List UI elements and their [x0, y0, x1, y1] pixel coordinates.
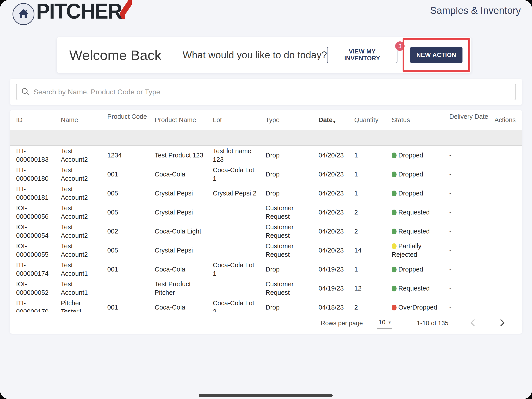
cell-product-name: Test Product 123	[155, 151, 213, 160]
chevron-left-icon	[469, 318, 477, 328]
status-label: Dropped	[398, 190, 423, 197]
cell-type: Drop	[266, 265, 318, 274]
cell-delivery-date: -	[449, 189, 494, 198]
pitcher-logo: PITCHER	[36, 0, 132, 22]
table-row[interactable]: IOI-000000052 Test Account1 Test Product…	[10, 279, 522, 298]
table-row[interactable]: ITI-000000183 Test Account2 1234 Test Pr…	[10, 146, 522, 165]
rows-per-page-select[interactable]: 10 ▾	[377, 318, 392, 328]
cell-status: OverDropped	[392, 303, 449, 312]
cell-lot: Test lot name 123	[213, 147, 266, 164]
column-header-product-code[interactable]: Product Code	[107, 113, 155, 120]
search-box[interactable]	[16, 84, 516, 100]
filter-row[interactable]	[10, 130, 522, 146]
new-action-button[interactable]: NEW ACTION	[410, 47, 462, 63]
column-header-date[interactable]: Date▾	[318, 116, 354, 124]
cell-type: Customer Request	[266, 280, 318, 297]
pitcher-logo-text: PITCHER	[36, 0, 122, 22]
table-row[interactable]: ITI-000000181 Test Account2 005 Crystal …	[10, 184, 522, 203]
cell-product-name: Coca-Cola	[155, 265, 213, 274]
table-row[interactable]: IOI-000000056 Test Account2 005 Crystal …	[10, 203, 522, 222]
table-row[interactable]: ITI-000000180 Test Account2 001 Coca-Col…	[10, 165, 522, 184]
welcome-subtitle: What would you like to do today?	[183, 49, 327, 61]
home-indicator-bar[interactable]	[199, 394, 333, 397]
cell-name: Test Account1	[61, 280, 107, 297]
search-card	[10, 79, 522, 105]
cell-delivery-date: -	[449, 170, 494, 179]
sort-desc-icon: ▾	[333, 119, 336, 124]
cell-name: Test Account2	[61, 185, 107, 202]
column-header-name[interactable]: Name	[61, 116, 107, 124]
status-label: Dropped	[398, 171, 423, 178]
column-header-type[interactable]: Type	[266, 116, 318, 124]
cell-product-name: Coca-Cola	[155, 303, 213, 312]
column-header-quantity[interactable]: Quantity	[354, 116, 392, 124]
cell-type: Drop	[266, 151, 318, 160]
table-row[interactable]: ITI-000000174 Test Account1 001 Coca-Col…	[10, 260, 522, 279]
search-input[interactable]	[33, 88, 511, 97]
cell-date: 04/20/23	[318, 151, 354, 160]
cell-status: Partially Rejected	[392, 242, 449, 259]
pagination-range: 1-10 of 135	[417, 320, 448, 327]
cell-product-name: Test Product Pitcher	[155, 280, 213, 297]
cell-id: IOI-000000056	[16, 204, 61, 221]
welcome-actions: VIEW MY INVENTORY 3 NEW ACTION	[327, 38, 471, 72]
home-icon	[18, 9, 29, 19]
cell-name: Test Account2	[61, 223, 107, 240]
search-icon	[21, 87, 30, 97]
cell-product-name: Coca-Cola Light	[155, 227, 213, 236]
table-row[interactable]: IOI-000000055 Test Account2 005 Crystal …	[10, 241, 522, 260]
column-header-lot[interactable]: Lot	[213, 116, 266, 124]
cell-status: Requested	[392, 227, 449, 236]
column-header-id[interactable]: ID	[16, 116, 61, 124]
status-dot-icon	[392, 305, 397, 310]
status-dot-icon	[392, 210, 397, 215]
cell-type: Customer Request	[266, 204, 318, 221]
status-label: Dropped	[398, 266, 423, 273]
cell-id: ITI-000000180	[16, 166, 61, 183]
welcome-card: Welcome Back What would you like to do t…	[57, 37, 471, 73]
cell-date: 04/20/23	[318, 189, 354, 198]
cell-product-name: Crystal Pepsi	[155, 208, 213, 217]
column-header-product-name[interactable]: Product Name	[155, 116, 213, 124]
app-screen: PITCHER Samples & Inventory Welcome Back…	[0, 0, 532, 399]
cell-delivery-date: -	[449, 303, 494, 312]
cell-type: Customer Request	[266, 242, 318, 259]
cell-product-code: 001	[107, 265, 155, 274]
vertical-divider	[172, 44, 172, 66]
cell-id: IOI-000000054	[16, 223, 61, 240]
cell-delivery-date: -	[449, 284, 494, 293]
cell-product-code: 005	[107, 189, 155, 198]
cell-product-code: 005	[107, 208, 155, 217]
cell-delivery-date: -	[449, 246, 494, 255]
status-dot-icon	[392, 286, 397, 291]
status-label: OverDropped	[398, 304, 437, 311]
home-button[interactable]	[13, 3, 34, 25]
cell-status: Dropped	[392, 151, 449, 160]
status-dot-icon	[392, 191, 397, 196]
cell-name: Test Account1	[61, 261, 107, 278]
view-my-inventory-button[interactable]: VIEW MY INVENTORY	[327, 47, 397, 63]
cell-type: Drop	[266, 189, 318, 198]
cell-product-name: Coca-Cola	[155, 170, 213, 179]
previous-page-button[interactable]	[469, 318, 477, 328]
cell-product-code: 005	[107, 246, 155, 255]
new-action-area: 3 NEW ACTION	[403, 38, 470, 72]
cell-delivery-date: -	[449, 208, 494, 217]
dropdown-caret-icon: ▾	[388, 320, 391, 325]
cell-id: IOI-000000052	[16, 280, 61, 297]
cell-quantity: 1	[354, 265, 392, 274]
welcome-title: Welcome Back	[69, 47, 161, 63]
table-row[interactable]: IOI-000000054 Test Account2 002 Coca-Col…	[10, 222, 522, 241]
annotation-highlight-box: NEW ACTION	[403, 38, 470, 72]
status-label: Dropped	[398, 152, 423, 159]
cell-name: Test Account2	[61, 204, 107, 221]
column-header-status[interactable]: Status	[392, 116, 449, 124]
cell-date: 04/20/23	[318, 208, 354, 217]
next-page-button[interactable]	[498, 318, 507, 328]
table-row[interactable]: ITI-000000170 Pitcher Tester1 001 Coca-C…	[10, 298, 522, 312]
cell-name: Test Account2	[61, 147, 107, 164]
cell-date: 04/19/23	[318, 265, 354, 274]
cell-status: Dropped	[392, 189, 449, 198]
cell-quantity: 1	[354, 170, 392, 179]
column-header-delivery-date[interactable]: Delivery Date	[449, 113, 494, 120]
